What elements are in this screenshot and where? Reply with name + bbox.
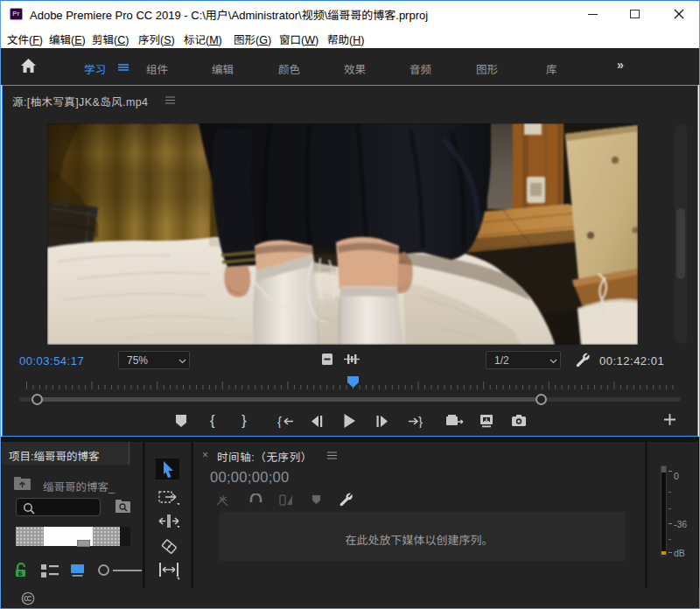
svg-text:6: 6 (18, 570, 23, 578)
svg-text:{: { (277, 415, 282, 428)
svg-text:}: } (418, 415, 423, 428)
